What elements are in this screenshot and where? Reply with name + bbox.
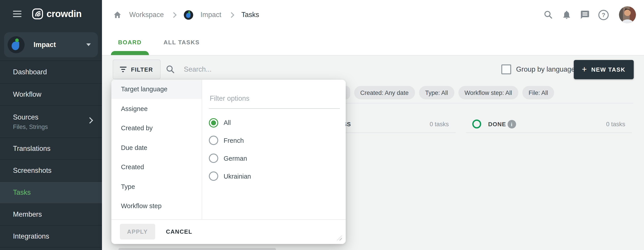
breadcrumb-project[interactable]: Impact <box>200 11 222 19</box>
filter-options-input[interactable] <box>209 88 340 109</box>
sidebar-item-screenshots[interactable]: Screenshots <box>0 160 102 182</box>
filter-criteria-menu: Target language Assignee Created by Due … <box>111 79 202 216</box>
home-icon[interactable] <box>112 10 122 20</box>
sidebar-item-dashboard[interactable]: Dashboard <box>0 61 102 84</box>
apply-button[interactable]: APPLY <box>120 224 155 239</box>
radio-option-ukrainian[interactable]: Ukrainian <box>209 171 251 181</box>
filter-button[interactable]: FILTER <box>112 60 160 79</box>
radio-option-all[interactable]: All <box>209 118 231 127</box>
horizontal-scrollbar-thumb[interactable] <box>118 248 276 250</box>
filter-menu-item-target-language[interactable]: Target language <box>111 79 202 99</box>
group-by-language-label[interactable]: Group by language <box>516 65 575 73</box>
sidebar-item-tasks[interactable]: Tasks <box>0 182 102 204</box>
resize-handle[interactable] <box>337 235 342 240</box>
filter-menu-item-type[interactable]: Type <box>111 177 202 196</box>
cancel-button[interactable]: CANCEL <box>166 224 192 239</box>
column-divider <box>466 132 632 133</box>
help-icon[interactable]: ? <box>598 10 609 20</box>
radio-icon <box>209 171 218 181</box>
chevron-right-icon <box>228 12 234 18</box>
project-name: Impact <box>34 41 86 49</box>
sidebar-item-members[interactable]: Members <box>0 204 102 226</box>
info-icon[interactable]: i <box>507 120 516 128</box>
active-tab-indicator <box>111 51 149 55</box>
crowdin-logo[interactable]: crowdin <box>32 8 82 20</box>
sidebar-item-translations[interactable]: Translations <box>0 138 102 160</box>
filter-dropdown: Target language Assignee Created by Due … <box>111 79 346 244</box>
user-avatar[interactable] <box>619 6 636 23</box>
breadcrumb-project-avatar <box>184 10 194 20</box>
plus-icon: + <box>582 65 587 73</box>
crowdin-wordmark: crowdin <box>46 9 82 19</box>
project-selector[interactable]: Impact <box>4 32 98 57</box>
chevron-right-icon <box>171 12 177 18</box>
sidebar-header: crowdin <box>0 0 102 28</box>
hamburger-menu-icon[interactable] <box>13 11 22 17</box>
filter-menu-item-created[interactable]: Created <box>111 157 202 177</box>
messages-chat-icon[interactable] <box>580 10 590 20</box>
sources-subtitle: Files, Strings <box>13 123 102 130</box>
crowdin-logo-icon <box>32 8 44 20</box>
sidebar-item-integrations[interactable]: Integrations <box>0 226 102 247</box>
top-actions: ? <box>544 0 636 30</box>
filter-icon <box>120 67 126 72</box>
task-search <box>166 60 292 79</box>
breadcrumb-current-page: Tasks <box>242 11 259 19</box>
column-task-count: 0 tasks <box>606 121 625 128</box>
radio-icon <box>209 136 218 145</box>
search-icon <box>166 65 175 74</box>
radio-option-french[interactable]: French <box>209 136 244 145</box>
view-tabs: BOARD ALL TASKS <box>111 30 207 55</box>
group-by-language-checkbox[interactable] <box>501 65 511 74</box>
done-status-icon <box>472 120 481 128</box>
search-input[interactable] <box>183 65 292 74</box>
breadcrumb-workspace[interactable]: Workspace <box>129 11 164 19</box>
filter-menu-item-created-by[interactable]: Created by <box>111 118 202 138</box>
radio-icon <box>209 154 218 163</box>
filter-chip-type[interactable]: Type: All <box>419 86 454 99</box>
group-by-language: Group by language <box>501 60 575 79</box>
search-icon[interactable] <box>544 10 553 20</box>
column-task-count: 0 tasks <box>430 121 449 128</box>
filter-chips-row: Created: Any date Type: All Workflow ste… <box>341 86 554 99</box>
board-column-done: DONE i 0 tasks <box>466 116 632 132</box>
dropdown-footer-divider <box>111 219 346 219</box>
notifications-bell-icon[interactable] <box>562 10 572 20</box>
sidebar-item-sources[interactable]: Sources Files, Strings <box>0 106 102 138</box>
chevron-down-icon <box>86 43 91 46</box>
sidebar-nav: Dashboard Workflow Sources Files, String… <box>0 60 102 247</box>
filter-chip-workflow-step[interactable]: Workflow step: All <box>458 86 518 99</box>
new-task-button[interactable]: + NEW TASK <box>574 60 634 79</box>
main-area: Workspace Impact Tasks ? <box>102 0 644 250</box>
project-avatar <box>8 36 24 53</box>
filter-chip-created[interactable]: Created: Any date <box>354 86 415 99</box>
radio-icon <box>209 118 218 127</box>
tab-board[interactable]: BOARD <box>111 30 149 55</box>
filter-chip-file[interactable]: File: All <box>522 86 554 99</box>
column-title: DONE <box>488 121 506 128</box>
breadcrumb: Workspace Impact Tasks <box>112 0 259 30</box>
filter-menu-item-assignee[interactable]: Assignee <box>111 99 202 118</box>
filter-menu-item-due-date[interactable]: Due date <box>111 138 202 157</box>
sidebar: crowdin Impact Dashboard Workflow Source… <box>0 0 102 250</box>
radio-option-german[interactable]: German <box>209 154 247 163</box>
sidebar-item-workflow[interactable]: Workflow <box>0 84 102 106</box>
app-window: crowdin Impact Dashboard Workflow Source… <box>0 0 644 250</box>
dropdown-divider <box>202 79 202 219</box>
filter-menu-item-workflow-step[interactable]: Workflow step <box>111 196 202 216</box>
tab-all-tasks[interactable]: ALL TASKS <box>156 30 207 55</box>
